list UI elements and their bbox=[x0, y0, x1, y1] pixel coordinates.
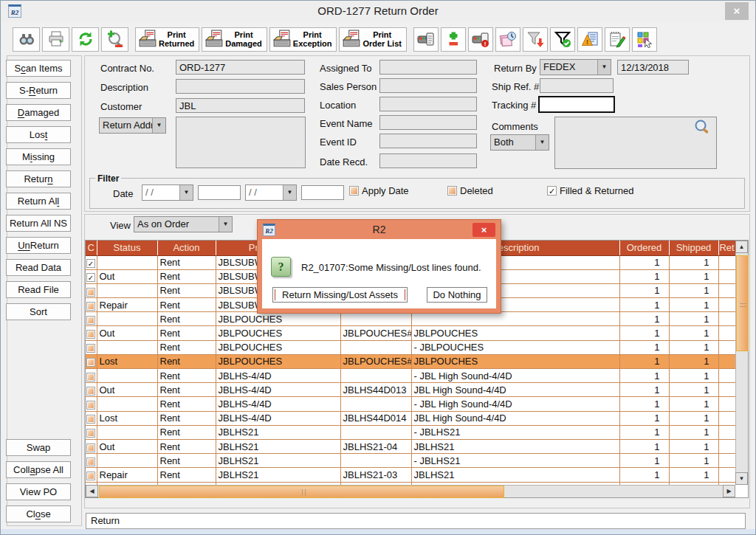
cell-shipped[interactable]: 1 bbox=[669, 397, 718, 411]
sidebar-button-read-file[interactable]: Read File bbox=[6, 281, 71, 298]
toolbar-scan-returned-button[interactable] bbox=[413, 27, 439, 52]
cell-status[interactable] bbox=[97, 425, 157, 439]
cell-action[interactable]: Rent bbox=[157, 283, 216, 297]
cell-product[interactable]: JBLPOUCHES bbox=[216, 354, 340, 368]
chevron-down-icon[interactable]: ▼ bbox=[283, 185, 296, 200]
sidebar-button-read-data[interactable]: Read Data bbox=[6, 259, 71, 276]
cell-status[interactable] bbox=[97, 283, 157, 297]
cell-select[interactable] bbox=[86, 354, 97, 368]
grid-col-c[interactable]: C bbox=[86, 241, 97, 255]
event-id-field[interactable] bbox=[379, 134, 477, 148]
cell-returned[interactable] bbox=[718, 425, 735, 439]
cell-status[interactable] bbox=[97, 255, 157, 269]
row-checkbox[interactable]: ✓ bbox=[86, 259, 95, 268]
cell-returned[interactable] bbox=[718, 269, 735, 283]
cell-status[interactable] bbox=[97, 397, 157, 411]
cell-shipped[interactable]: 1 bbox=[669, 298, 718, 312]
customer-field[interactable]: JBL bbox=[176, 98, 305, 113]
cell-returned[interactable] bbox=[718, 298, 735, 312]
chevron-down-icon[interactable]: ▼ bbox=[152, 118, 165, 133]
cell-status[interactable] bbox=[97, 340, 157, 354]
cell-action[interactable]: Rent bbox=[157, 425, 216, 439]
cell-serial[interactable] bbox=[340, 454, 411, 468]
grid-row[interactable]: OutRentJBLPOUCHESJBLPOUCHES#4JBLPOUCHES1… bbox=[86, 326, 735, 340]
cell-select[interactable] bbox=[86, 454, 97, 468]
cell-ordered[interactable]: 1 bbox=[619, 439, 669, 453]
sidebar-button-close[interactable]: Close bbox=[6, 505, 71, 522]
row-checkbox[interactable] bbox=[86, 401, 95, 410]
sidebar-button-lost[interactable]: Lost bbox=[6, 126, 71, 143]
toolbar-print-exception-button[interactable]: PrintException bbox=[269, 27, 337, 52]
grid-col-ret[interactable]: Ret bbox=[718, 241, 735, 255]
toolbar-apply-filter-button[interactable] bbox=[523, 27, 548, 52]
cell-ordered[interactable]: 1 bbox=[619, 411, 669, 425]
cell-product[interactable]: JBLPOUCHES bbox=[216, 312, 340, 326]
sidebar-button-view-po[interactable]: View PO bbox=[6, 483, 71, 500]
cell-returned[interactable] bbox=[718, 326, 735, 340]
toolbar-print-button[interactable] bbox=[42, 27, 69, 52]
row-checkbox[interactable] bbox=[86, 387, 95, 396]
chevron-down-icon[interactable]: ▼ bbox=[219, 217, 232, 232]
contract-no-field[interactable]: ORD-1277 bbox=[176, 60, 305, 75]
window-close-icon[interactable]: × bbox=[725, 2, 749, 20]
return-date-field[interactable]: 12/13/2018 bbox=[617, 60, 689, 75]
cell-shipped[interactable]: 1 bbox=[669, 383, 718, 397]
cell-ordered[interactable]: 1 bbox=[619, 397, 669, 411]
do-nothing-button[interactable]: Do Nothing bbox=[427, 287, 487, 303]
cell-shipped[interactable]: 1 bbox=[669, 255, 718, 269]
cell-product[interactable]: JBLPOUCHES bbox=[216, 326, 340, 340]
toolbar-refresh-button[interactable] bbox=[72, 27, 99, 52]
return-address-textarea[interactable] bbox=[176, 117, 306, 168]
grid-row[interactable]: RentJBLPOUCHES- JBLPOUCHES11 bbox=[86, 340, 735, 354]
return-missing-lost-assets-button[interactable]: Return Missing/Lost Assets bbox=[272, 287, 408, 303]
toolbar-filter-ok-button[interactable] bbox=[550, 27, 575, 52]
sidebar-button-return-all[interactable]: Return All bbox=[6, 193, 71, 210]
cell-ordered[interactable]: 1 bbox=[619, 298, 669, 312]
date-recd-field[interactable] bbox=[379, 153, 477, 168]
scroll-left-icon[interactable]: ◀ bbox=[86, 485, 98, 497]
filter-date-to-input[interactable] bbox=[301, 185, 344, 200]
sales-person-field[interactable] bbox=[379, 78, 477, 93]
scroll-right-icon[interactable]: ▶ bbox=[723, 485, 735, 497]
cell-shipped[interactable]: 1 bbox=[669, 439, 718, 453]
row-checkbox[interactable] bbox=[86, 472, 95, 480]
scroll-up-icon[interactable]: ▲ bbox=[735, 241, 748, 253]
cell-description[interactable]: JBLHS21 bbox=[411, 439, 619, 453]
row-checkbox[interactable] bbox=[86, 358, 95, 367]
row-checkbox[interactable]: ✓ bbox=[86, 273, 95, 282]
cell-select[interactable] bbox=[86, 326, 97, 340]
vertical-scrollbar[interactable]: ▲ ▼ bbox=[735, 241, 748, 485]
cell-action[interactable]: Rent bbox=[157, 383, 216, 397]
cell-status[interactable]: Out bbox=[97, 269, 157, 283]
cell-action[interactable]: Rent bbox=[157, 439, 216, 453]
toolbar-exception-report-button[interactable]: ! bbox=[577, 27, 602, 52]
cell-description[interactable]: - JBLHS21 bbox=[411, 425, 619, 439]
sidebar-button-swap[interactable]: Swap bbox=[6, 439, 71, 456]
cell-product[interactable]: JBLHS21 bbox=[216, 439, 340, 453]
cell-serial[interactable]: JBLHS21-04 bbox=[340, 439, 411, 453]
cell-select[interactable] bbox=[86, 312, 97, 326]
cell-serial[interactable]: JBLHS21-03 bbox=[340, 468, 411, 482]
toolbar-print-returned-button[interactable]: PrintReturned bbox=[135, 27, 199, 52]
cell-product[interactable]: JBLHS-4/4D bbox=[216, 369, 340, 383]
cell-returned[interactable] bbox=[718, 354, 735, 368]
cell-select[interactable] bbox=[86, 383, 97, 397]
cell-returned[interactable] bbox=[718, 397, 735, 411]
grid-row[interactable]: OutRentJBLHS-4/4DJBLHS44D013JBL High Sou… bbox=[86, 383, 735, 397]
cell-serial[interactable] bbox=[340, 397, 411, 411]
cell-action[interactable]: Rent bbox=[157, 354, 216, 368]
cell-ordered[interactable]: 1 bbox=[619, 468, 669, 482]
filter-date-from-combo[interactable]: / / ▼ bbox=[142, 184, 193, 201]
return-addr-combo[interactable]: Return Addr... ▼ bbox=[99, 117, 166, 134]
cell-serial[interactable]: JBLHS44D013 bbox=[340, 383, 411, 397]
cell-action[interactable]: Rent bbox=[157, 411, 216, 425]
cell-serial[interactable] bbox=[340, 312, 411, 326]
row-checkbox[interactable] bbox=[86, 344, 95, 353]
toolbar-add-item-button[interactable] bbox=[441, 27, 466, 52]
cell-returned[interactable] bbox=[718, 439, 735, 453]
filter-date-to-combo[interactable]: / / ▼ bbox=[245, 184, 297, 201]
sidebar-button-return-all-ns[interactable]: Return All NS bbox=[6, 215, 71, 232]
cell-ordered[interactable]: 1 bbox=[619, 312, 669, 326]
sidebar-button-unreturn[interactable]: UnReturn bbox=[6, 237, 71, 254]
grid-col-status[interactable]: Status bbox=[97, 241, 157, 255]
